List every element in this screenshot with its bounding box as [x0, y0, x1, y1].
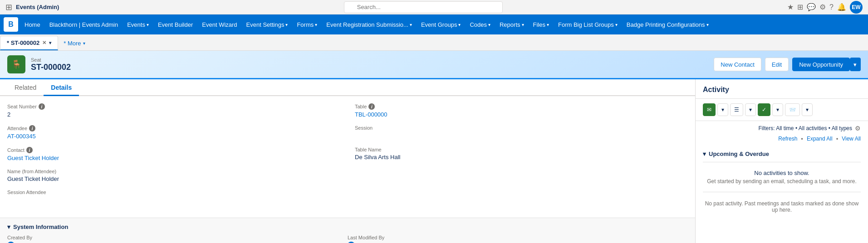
- tab-details[interactable]: Details: [44, 79, 79, 96]
- field-contact: Contact i Guest Ticket Holder ✏: [7, 147, 348, 163]
- field-empty-2: [348, 190, 688, 205]
- upcoming-header[interactable]: ▾ Upcoming & Overdue: [703, 146, 861, 162]
- info-icon[interactable]: i: [368, 103, 375, 110]
- nav-item-files[interactable]: Files▾: [529, 15, 554, 34]
- chevron-down-icon: ▾: [315, 22, 317, 27]
- fields-section: Seat Number i 2 ✏ Table i TBL-000000: [0, 96, 695, 218]
- info-icon[interactable]: i: [29, 125, 35, 131]
- record-type: Seat: [31, 57, 71, 63]
- chevron-down-icon[interactable]: ▾: [49, 40, 51, 45]
- record-header-right: New Contact Edit New Opportunity ▾: [714, 58, 861, 71]
- info-icon[interactable]: i: [39, 103, 45, 110]
- nav-items: Home Blackthorn | Events Admin Events▾ E…: [20, 15, 713, 34]
- contact-link[interactable]: Guest Ticket Holder: [7, 155, 59, 161]
- list-dropdown[interactable]: ▾: [745, 103, 756, 116]
- bell-icon[interactable]: 🔔: [837, 3, 846, 11]
- field-empty: [348, 169, 688, 184]
- chevron-down-icon: ▾: [703, 151, 706, 157]
- fields-row-2: Attendee i AT-000345 ✏ Session ✏: [7, 125, 688, 141]
- chevron-down-icon: ▾: [7, 224, 10, 230]
- new-opportunity-group: New Opportunity ▾: [792, 58, 861, 71]
- nav-item-events[interactable]: Events▾: [123, 15, 153, 34]
- chevron-down-icon: ▾: [147, 22, 149, 27]
- info-icon[interactable]: i: [26, 147, 33, 153]
- expand-all-link[interactable]: Expand All: [807, 136, 833, 142]
- fields-row-3: Contact i Guest Ticket Holder ✏ Table Na…: [7, 147, 688, 163]
- help-icon[interactable]: ?: [829, 3, 834, 11]
- nav-item-event-builder[interactable]: Event Builder: [153, 15, 197, 34]
- new-opportunity-dropdown[interactable]: ▾: [850, 58, 861, 71]
- gear-icon[interactable]: ⚙: [819, 3, 826, 11]
- chevron-down-icon: ▾: [488, 22, 490, 27]
- fields-row-1: Seat Number i 2 ✏ Table i TBL-000000: [7, 103, 688, 120]
- chevron-down-icon: ▾: [706, 22, 709, 27]
- fields-row-4: Name (from Attendee) Guest Ticket Holder: [7, 169, 688, 184]
- send-email-dropdown[interactable]: ▾: [802, 103, 813, 116]
- tab-more[interactable]: * More ▾: [59, 36, 89, 50]
- nav-bar: B Home Blackthorn | Events Admin Events▾…: [0, 15, 868, 34]
- fields-row-5: Session Attendee ✏: [7, 190, 688, 205]
- activity-toolbar: ✉ ▾ ☰ ▾ ✓ ▾ 📨 ▾: [696, 99, 868, 121]
- utility-bar: ⊞ Events (Admin) 🔍 ★ ⊞ 💬 ⚙ ? 🔔 EW: [0, 0, 868, 15]
- field-attendee: Attendee i AT-000345 ✏: [7, 125, 348, 141]
- attendee-link[interactable]: AT-000345: [7, 133, 36, 140]
- field-session: Session ✏: [348, 125, 688, 141]
- record-header: 🪑 Seat ST-000002 New Contact Edit New Op…: [0, 51, 868, 79]
- main-area: Related Details Seat Number i 2 ✏: [0, 79, 868, 243]
- tab-related[interactable]: Related: [7, 79, 44, 96]
- chevron-down-icon: ▾: [522, 22, 524, 27]
- nav-item-event-reg[interactable]: Event Registration Submissio...▾: [322, 15, 417, 34]
- tab-st-000002[interactable]: * ST-000002 ✕ ▾: [0, 36, 58, 50]
- search-input[interactable]: [344, 1, 503, 13]
- system-modified-by: Last Modified By 👤 Elisabeth Wrede , 7/1…: [348, 235, 688, 243]
- nav-item-event-wizard[interactable]: Event Wizard: [197, 15, 241, 34]
- view-all-link[interactable]: View All: [842, 136, 861, 142]
- email-button[interactable]: ✉: [703, 103, 716, 116]
- chevron-down-icon: ▾: [285, 22, 288, 27]
- nav-item-blackthorn[interactable]: Blackthorn | Events Admin: [45, 15, 123, 34]
- filter-links-row: Refresh • Expand All • View All: [696, 136, 868, 146]
- utility-bar-right: ★ ⊞ 💬 ⚙ ? 🔔 EW: [787, 1, 863, 14]
- list-button[interactable]: ☰: [730, 103, 743, 116]
- chevron-down-icon: ▾: [410, 22, 412, 27]
- refresh-link[interactable]: Refresh: [778, 136, 797, 142]
- task-button[interactable]: ✓: [758, 103, 770, 116]
- system-section-header[interactable]: ▾ System Information: [7, 224, 688, 230]
- edit-button[interactable]: Edit: [765, 58, 789, 71]
- new-opportunity-button[interactable]: New Opportunity: [792, 58, 850, 71]
- email-dropdown[interactable]: ▾: [717, 103, 728, 116]
- filter-settings-icon[interactable]: ⚙: [855, 125, 861, 132]
- nav-item-event-settings[interactable]: Event Settings▾: [242, 15, 293, 34]
- search-wrap: 🔍: [344, 1, 503, 13]
- nav-item-codes[interactable]: Codes▾: [465, 15, 495, 34]
- avatar[interactable]: EW: [850, 1, 863, 14]
- record-header-left: 🪑 Seat ST-000002: [7, 55, 71, 73]
- left-panel: Related Details Seat Number i 2 ✏: [0, 79, 696, 243]
- nav-item-forms[interactable]: Forms▾: [292, 15, 322, 34]
- field-table-name: Table Name De Silva Arts Hall: [348, 147, 688, 163]
- field-name-from-attendee: Name (from Attendee) Guest Ticket Holder: [7, 169, 348, 184]
- nav-item-event-groups[interactable]: Event Groups▾: [417, 15, 466, 34]
- new-contact-button[interactable]: New Contact: [714, 58, 761, 71]
- grid-menu-icon[interactable]: ⊞: [5, 2, 12, 12]
- send-email-button[interactable]: 📨: [785, 103, 800, 116]
- nav-item-badge-printing[interactable]: Badge Printing Configurations▾: [622, 15, 713, 34]
- nav-item-form-big-list[interactable]: Form Big List Groups▾: [554, 15, 622, 34]
- chevron-down-icon: ▾: [83, 41, 85, 46]
- task-dropdown[interactable]: ▾: [772, 103, 783, 116]
- star-icon[interactable]: ★: [787, 3, 794, 11]
- chat-icon[interactable]: 💬: [807, 3, 816, 11]
- app-name-label: Events (Admin): [16, 4, 59, 10]
- record-icon: 🪑: [7, 55, 25, 73]
- table-link[interactable]: TBL-000000: [355, 111, 387, 118]
- app-logo[interactable]: B: [4, 17, 18, 32]
- chevron-down-icon: ▾: [547, 22, 549, 27]
- nav-item-reports[interactable]: Reports▾: [495, 15, 529, 34]
- apps-icon[interactable]: ⊞: [797, 3, 803, 11]
- field-seat-number: Seat Number i 2 ✏: [7, 103, 348, 120]
- system-fields-row: Created By 👤 Elisabeth Wrede , 7/10/2024…: [7, 235, 688, 243]
- tab-close-icon[interactable]: ✕: [42, 40, 46, 46]
- past-activity-section: No past activity. Past meetings and task…: [703, 192, 861, 221]
- nav-item-home[interactable]: Home: [20, 15, 45, 34]
- record-name: ST-000002: [31, 63, 71, 72]
